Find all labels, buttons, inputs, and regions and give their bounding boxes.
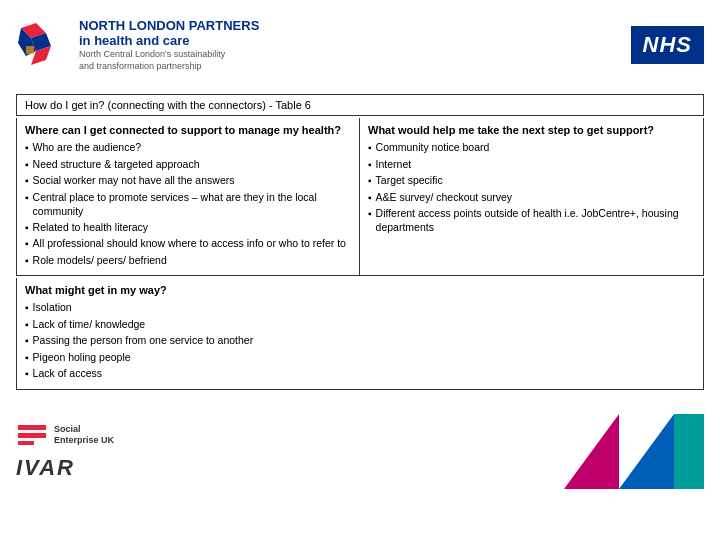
logo-subtitle: North Central London's sustainability an…	[79, 49, 239, 72]
list-item: Social worker may not have all the answe…	[25, 173, 351, 188]
table-title: How do I get in? (connecting with the co…	[16, 94, 704, 116]
list-item: Central place to promote services – what…	[25, 190, 351, 218]
list-item: Pigeon holing people	[25, 350, 695, 365]
logo-title-line2: in health and care	[79, 33, 259, 49]
list-item: Internet	[368, 157, 695, 172]
ivar-logo: IVAR	[16, 455, 114, 481]
svg-rect-8	[18, 433, 46, 438]
nhs-logo: NHS	[631, 26, 704, 64]
triangle-blue-decoration	[619, 414, 674, 489]
logo-left: NORTH LONDON PARTNERS in health and care…	[16, 18, 259, 73]
list-item: Passing the person from one service to a…	[25, 333, 695, 348]
rect-teal-decoration	[674, 414, 704, 489]
svg-rect-7	[18, 425, 46, 430]
logo-title-line1: NORTH LONDON PARTNERS	[79, 18, 259, 34]
col-left-header: Where can I get connected to support to …	[25, 124, 351, 136]
logo-text-block: NORTH LONDON PARTNERS in health and care…	[79, 18, 259, 73]
social-enterprise-logo: Social Enterprise UK	[16, 421, 114, 449]
bottom-table: What might get in my way? Isolation Lack…	[16, 278, 704, 390]
list-item: Lack of time/ knowledge	[25, 317, 695, 332]
list-item: Role models/ peers/ befriend	[25, 253, 351, 268]
list-item: Different access points outside of healt…	[368, 206, 695, 234]
footer: Social Enterprise UK IVAR	[0, 402, 720, 489]
list-item: Community notice board	[368, 140, 695, 155]
list-item: A&E survey/ checkout survey	[368, 190, 695, 205]
col-left-list: Who are the audience? Need structure & t…	[25, 140, 351, 267]
col-right: What would help me take the next step to…	[360, 118, 703, 275]
svg-rect-5	[26, 46, 34, 54]
list-item: Target specific	[368, 173, 695, 188]
list-item: Lack of access	[25, 366, 695, 381]
se-text: Social Enterprise UK	[54, 424, 114, 447]
col-right-header: What would help me take the next step to…	[368, 124, 695, 136]
footer-right	[564, 414, 704, 489]
list-item: Isolation	[25, 300, 695, 315]
col-left: Where can I get connected to support to …	[17, 118, 360, 275]
header: NORTH LONDON PARTNERS in health and care…	[0, 0, 720, 90]
bottom-list: Isolation Lack of time/ knowledge Passin…	[25, 300, 695, 381]
footer-left: Social Enterprise UK IVAR	[16, 421, 114, 481]
list-item: Who are the audience?	[25, 140, 351, 155]
main-content: How do I get in? (connecting with the co…	[0, 90, 720, 394]
triangle-pink-decoration	[564, 414, 619, 489]
nlp-logo-icon	[16, 18, 71, 73]
list-item: Need structure & targeted approach	[25, 157, 351, 172]
list-item: All professional should know where to ac…	[25, 236, 351, 251]
svg-rect-9	[18, 441, 34, 445]
list-item: Related to health literacy	[25, 220, 351, 235]
se-icon	[16, 421, 48, 449]
col-right-list: Community notice board Internet Target s…	[368, 140, 695, 234]
top-table: Where can I get connected to support to …	[16, 118, 704, 276]
bottom-header: What might get in my way?	[25, 284, 695, 296]
